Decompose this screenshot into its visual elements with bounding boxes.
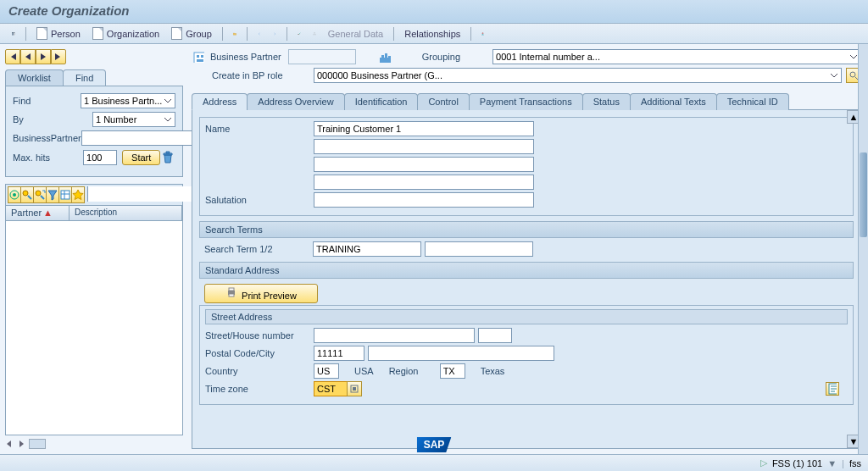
tab-technical-id[interactable]: Technical ID	[716, 93, 789, 110]
person-button[interactable]: Person	[31, 25, 86, 42]
main-tabs: Address Address Overview Identification …	[192, 93, 861, 110]
search-panel: Find 1 Business Partn... By 1 Number Bus…	[5, 86, 183, 177]
search-next-icon[interactable]	[33, 186, 47, 203]
tab-find[interactable]: Find	[63, 69, 106, 86]
search-term1-input[interactable]	[313, 241, 421, 257]
main-area: Worklist Find Find 1 Business Partn... B…	[0, 44, 868, 454]
back-arrow-icon[interactable]	[253, 27, 266, 41]
bp-number-field	[288, 49, 356, 64]
side-tabs: Worklist Find	[5, 69, 183, 86]
trash-icon[interactable]	[160, 149, 175, 166]
document-icon	[92, 27, 103, 40]
start-button[interactable]: Start	[122, 150, 160, 165]
svg-rect-24	[353, 387, 356, 391]
by-select[interactable]: 1 Number	[92, 112, 175, 127]
tab-worklist[interactable]: Worklist	[5, 69, 64, 86]
svg-rect-22	[229, 294, 234, 296]
result-toolbar	[5, 184, 183, 205]
forward-arrow-icon[interactable]	[268, 27, 281, 41]
country-label: Country	[205, 366, 314, 376]
country-input[interactable]	[314, 363, 339, 379]
svg-rect-2	[314, 32, 314, 33]
bp-header-row: Business Partner Grouping 0001 Internal …	[192, 49, 861, 64]
maxhits-input[interactable]	[83, 150, 117, 165]
hierarchy-icon[interactable]	[308, 27, 321, 41]
role-select[interactable]: 000000 Business Partner (G...	[314, 68, 842, 83]
name-input[interactable]	[314, 121, 534, 136]
next-record-icon[interactable]	[36, 49, 51, 64]
organization-button[interactable]: Organization	[87, 25, 164, 42]
name3-input[interactable]	[314, 157, 534, 172]
name4-input[interactable]	[314, 175, 534, 190]
status-bar: ▷ FSS (1) 101 ▼ | fss	[0, 454, 868, 471]
print-preview-button[interactable]: Print Preview	[204, 284, 318, 303]
result-header: Partner▲ Description	[6, 206, 182, 221]
svg-rect-0	[13, 32, 14, 35]
col-description[interactable]: Description	[70, 206, 182, 220]
toggle-icon[interactable]	[7, 27, 20, 41]
svg-rect-18	[388, 56, 391, 58]
col-partner[interactable]: Partner▲	[6, 206, 70, 220]
page-title: Create Organization	[8, 3, 860, 18]
find-select[interactable]: 1 Business Partn...	[81, 93, 175, 108]
filter-icon[interactable]	[46, 186, 59, 203]
tab-payment[interactable]: Payment Transactions	[469, 93, 583, 110]
search-icon[interactable]	[20, 186, 34, 203]
svg-rect-12	[197, 55, 199, 58]
timezone-input[interactable]	[314, 381, 348, 396]
houseno-input[interactable]	[478, 328, 512, 343]
open-folder-icon[interactable]	[228, 27, 242, 41]
name-label: Name	[205, 124, 314, 134]
maxhits-label: Max. hits	[13, 152, 83, 163]
postal-input[interactable]	[314, 346, 364, 361]
svg-rect-17	[385, 53, 387, 58]
street-address-header: Street Address	[205, 309, 848, 324]
content-area: Business Partner Grouping 0001 Internal …	[188, 44, 868, 454]
svg-point-7	[13, 193, 16, 197]
group-label: Group	[186, 29, 212, 39]
region-input[interactable]	[440, 363, 465, 379]
detail-icon[interactable]	[826, 382, 839, 396]
by-label: By	[13, 114, 92, 125]
layout-icon[interactable]	[58, 186, 72, 203]
grouping-select[interactable]: 0001 Internal number a...	[492, 49, 861, 64]
general-data-button[interactable]: General Data	[323, 27, 388, 41]
prev-record-icon[interactable]	[20, 49, 36, 64]
status-triangle-icon: ▷	[760, 457, 767, 468]
check-icon[interactable]	[292, 27, 306, 41]
horizontal-scroll[interactable]	[5, 439, 183, 449]
svg-rect-4	[314, 34, 315, 35]
tab-control[interactable]: Control	[417, 93, 469, 110]
left-column: Worklist Find Find 1 Business Partn... B…	[0, 44, 188, 454]
favorite-icon[interactable]	[71, 186, 85, 203]
group-button[interactable]: Group	[166, 25, 217, 42]
bp-input[interactable]	[81, 130, 205, 146]
tab-identification[interactable]: Identification	[344, 93, 419, 110]
city-input[interactable]	[368, 346, 554, 361]
printer-icon	[225, 286, 239, 300]
search-term-label: Search Term 1/2	[204, 244, 313, 254]
search-term2-input[interactable]	[425, 241, 533, 257]
sap-logo: SAP	[417, 437, 452, 452]
salutation-input[interactable]	[314, 192, 534, 208]
svg-rect-16	[381, 55, 384, 58]
relationships-label: Relationships	[404, 29, 460, 39]
svg-point-9	[36, 191, 41, 196]
street-input[interactable]	[314, 328, 475, 343]
user-settings-icon[interactable]	[476, 27, 490, 41]
first-record-icon[interactable]	[5, 49, 20, 64]
tab-address-overview[interactable]: Address Overview	[247, 93, 344, 110]
svg-point-5	[482, 32, 484, 34]
search-terms-header: Search Terms	[199, 221, 854, 238]
relationships-button[interactable]: Relationships	[399, 27, 465, 41]
tab-address[interactable]: Address	[192, 93, 248, 110]
grouping-icon[interactable]	[378, 50, 392, 64]
execute-icon[interactable]	[8, 186, 21, 203]
region-name: Texas	[481, 366, 505, 376]
tab-status[interactable]: Status	[582, 93, 631, 110]
svg-rect-14	[197, 59, 203, 62]
timezone-lookup-icon[interactable]	[347, 381, 362, 396]
name2-input[interactable]	[314, 139, 534, 154]
tab-additional-texts[interactable]: Additional Texts	[630, 93, 717, 110]
last-record-icon[interactable]	[51, 49, 66, 64]
